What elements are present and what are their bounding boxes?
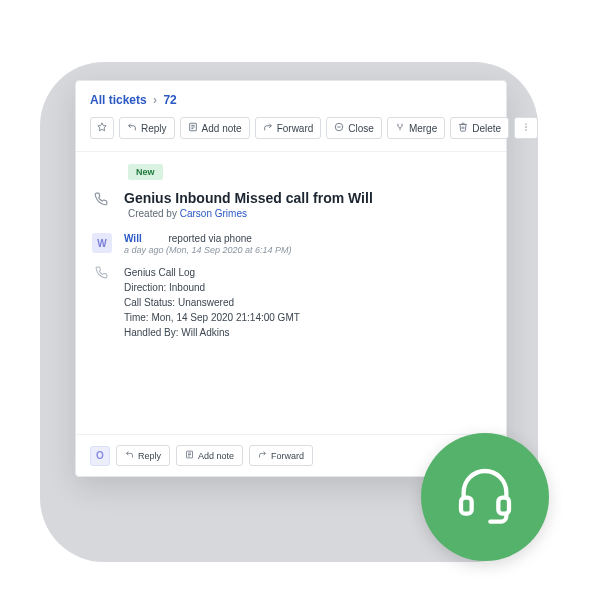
star-icon (97, 122, 107, 134)
delete-label: Delete (472, 123, 501, 134)
reported-time: a day ago (Mon, 14 Sep 2020 at 6:14 PM) (124, 245, 292, 255)
call-log-direction: Direction: Inbound (124, 280, 300, 295)
note-icon (188, 122, 198, 134)
created-by-name[interactable]: Carson Grimes (180, 208, 247, 219)
merge-button[interactable]: Merge (387, 117, 445, 139)
avatar: O (90, 446, 110, 466)
phone-icon (90, 265, 112, 279)
footer-add-note-button[interactable]: Add note (176, 445, 243, 466)
footer-reply-button[interactable]: Reply (116, 445, 170, 466)
delete-button[interactable]: Delete (450, 117, 509, 139)
reported-via: reported via phone (168, 233, 251, 244)
footer-reply-label: Reply (138, 451, 161, 461)
call-log-heading: Genius Call Log (124, 265, 300, 280)
add-note-button[interactable]: Add note (180, 117, 250, 139)
forward-button[interactable]: Forward (255, 117, 322, 139)
svg-point-8 (525, 126, 526, 127)
breadcrumb-ticket-id[interactable]: 72 (163, 93, 176, 107)
more-vertical-icon (521, 122, 531, 134)
breadcrumb: All tickets › 72 (76, 81, 506, 117)
svg-marker-0 (98, 123, 106, 131)
trash-icon (458, 122, 468, 134)
status-badge: New (128, 164, 163, 180)
ticket-body: New Genius Inbound Missed call from Will… (76, 152, 506, 434)
svg-point-7 (525, 123, 526, 124)
forward-icon (263, 122, 273, 134)
svg-rect-15 (498, 498, 509, 514)
ticket-title: Genius Inbound Missed call from Will (124, 190, 373, 206)
headset-icon (453, 463, 517, 531)
call-log-time: Time: Mon, 14 Sep 2020 21:14:00 GMT (124, 310, 300, 325)
toolbar: Reply Add note Forward Close Merge (76, 117, 506, 152)
created-by: Created by Carson Grimes (128, 208, 492, 219)
support-fab[interactable] (421, 433, 549, 561)
footer-forward-button[interactable]: Forward (249, 445, 313, 466)
merge-label: Merge (409, 123, 437, 134)
chevron-right-icon: › (153, 93, 157, 107)
reply-label: Reply (141, 123, 167, 134)
reply-icon (125, 450, 134, 461)
created-by-label: Created by (128, 208, 177, 219)
call-log: Genius Call Log Direction: Inbound Call … (124, 265, 300, 340)
footer-add-note-label: Add note (198, 451, 234, 461)
breadcrumb-all-tickets[interactable]: All tickets (90, 93, 147, 107)
ticket-card: All tickets › 72 Reply Add note Forward (75, 80, 507, 477)
close-label: Close (348, 123, 374, 134)
add-note-label: Add note (202, 123, 242, 134)
more-button[interactable] (514, 117, 538, 139)
svg-rect-14 (461, 498, 472, 514)
close-icon (334, 122, 344, 134)
call-log-status: Call Status: Unanswered (124, 295, 300, 310)
phone-icon (90, 190, 112, 206)
avatar: W (92, 233, 112, 253)
reply-icon (127, 122, 137, 134)
reporter-name[interactable]: Will (124, 233, 142, 244)
svg-point-9 (525, 129, 526, 130)
forward-label: Forward (277, 123, 314, 134)
close-button[interactable]: Close (326, 117, 382, 139)
merge-icon (395, 122, 405, 134)
forward-icon (258, 450, 267, 461)
note-icon (185, 450, 194, 461)
reply-button[interactable]: Reply (119, 117, 175, 139)
footer-forward-label: Forward (271, 451, 304, 461)
call-log-handled-by: Handled By: Will Adkins (124, 325, 300, 340)
star-button[interactable] (90, 117, 114, 139)
